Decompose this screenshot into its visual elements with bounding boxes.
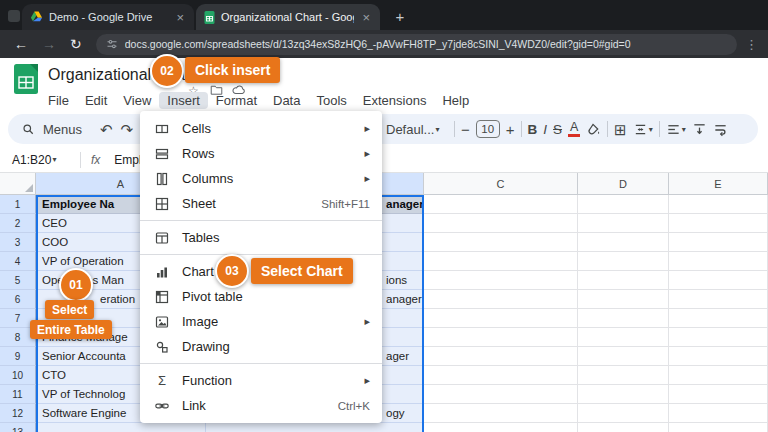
row-header[interactable]: 5: [0, 271, 36, 290]
column-header-C[interactable]: C: [424, 173, 578, 195]
search-icon[interactable]: [22, 123, 35, 136]
grid-cell[interactable]: [424, 195, 578, 214]
grid-cell[interactable]: [424, 347, 578, 366]
grid-cell[interactable]: [578, 214, 669, 233]
name-box[interactable]: A1:B20 ▾: [0, 153, 70, 167]
font-family-select[interactable]: Defaul... ▾: [386, 122, 448, 137]
grid-cell[interactable]: [669, 385, 768, 404]
decrease-font-button[interactable]: −: [461, 122, 470, 137]
grid-cell[interactable]: [669, 328, 768, 347]
menu-insert[interactable]: Insert: [159, 92, 208, 109]
menus-search-label[interactable]: Menus: [43, 122, 82, 137]
grid-cell[interactable]: [424, 214, 578, 233]
bold-button[interactable]: B: [528, 122, 538, 137]
grid-cell[interactable]: [669, 195, 768, 214]
undo-icon[interactable]: ↶: [100, 122, 113, 137]
row-header[interactable]: 3: [0, 233, 36, 252]
menu-item-link[interactable]: Link Ctrl+K: [140, 393, 382, 418]
menu-item-tables[interactable]: Tables: [140, 225, 382, 250]
text-color-button[interactable]: A: [568, 121, 580, 138]
borders-icon[interactable]: ⊞: [614, 122, 627, 137]
grid-cell[interactable]: [669, 252, 768, 271]
horizontal-align-button[interactable]: ▾: [666, 122, 686, 137]
increase-font-button[interactable]: +: [506, 122, 515, 137]
column-header-E[interactable]: E: [669, 173, 768, 195]
grid-cell[interactable]: [669, 271, 768, 290]
row-header[interactable]: 9: [0, 347, 36, 366]
row-header[interactable]: 2: [0, 214, 36, 233]
back-icon[interactable]: ←: [14, 36, 28, 52]
grid-cell[interactable]: [669, 404, 768, 423]
grid-cell-A13[interactable]: [36, 423, 206, 432]
text-wrap-button[interactable]: [713, 122, 728, 137]
grid-cell[interactable]: [424, 233, 578, 252]
menu-item-sheet[interactable]: Sheet Shift+F11: [140, 191, 382, 216]
grid-cell[interactable]: [424, 328, 578, 347]
grid-cell[interactable]: [669, 347, 768, 366]
grid-cell[interactable]: [669, 423, 768, 432]
grid-cell[interactable]: [669, 366, 768, 385]
grid-cell[interactable]: [578, 195, 669, 214]
grid-cell[interactable]: [424, 309, 578, 328]
column-header-D[interactable]: D: [578, 173, 669, 195]
merge-cells-button[interactable]: ▾: [633, 122, 653, 137]
grid-cell[interactable]: [424, 385, 578, 404]
grid-cell[interactable]: [424, 252, 578, 271]
browser-menu-icon[interactable]: ⋮: [745, 37, 758, 52]
menu-help[interactable]: Help: [434, 92, 477, 109]
menu-tools[interactable]: Tools: [308, 92, 354, 109]
grid-cell[interactable]: [578, 423, 669, 432]
grid-cell[interactable]: [424, 404, 578, 423]
menu-item-cells[interactable]: Cells ▸: [140, 116, 382, 141]
forward-icon[interactable]: →: [42, 36, 56, 52]
grid-cell[interactable]: [578, 404, 669, 423]
tab-close-icon[interactable]: ×: [174, 11, 186, 24]
row-header[interactable]: 13: [0, 423, 36, 432]
grid-cell-B13[interactable]: [206, 423, 424, 432]
row-header[interactable]: 10: [0, 366, 36, 385]
grid-cell[interactable]: [578, 385, 669, 404]
menu-view[interactable]: View: [115, 92, 159, 109]
menu-edit[interactable]: Edit: [77, 92, 115, 109]
row-header[interactable]: 4: [0, 252, 36, 271]
menu-item-function[interactable]: Σ Function ▸: [140, 368, 382, 393]
menu-extensions[interactable]: Extensions: [355, 92, 435, 109]
url-omnibox[interactable]: docs.google.com/spreadsheets/d/13zq34exS…: [96, 34, 737, 55]
new-tab-button[interactable]: +: [390, 7, 410, 27]
grid-cell[interactable]: [578, 347, 669, 366]
grid-cell[interactable]: [669, 214, 768, 233]
redo-icon[interactable]: ↷: [121, 122, 134, 137]
grid-cell[interactable]: [424, 290, 578, 309]
grid-cell[interactable]: [578, 290, 669, 309]
grid-cell[interactable]: [578, 271, 669, 290]
font-size-input[interactable]: 10: [476, 120, 500, 138]
menu-format[interactable]: Format: [208, 92, 265, 109]
menu-item-drawing[interactable]: Drawing: [140, 334, 382, 359]
grid-cell[interactable]: [669, 233, 768, 252]
grid-cell[interactable]: [424, 366, 578, 385]
row-header[interactable]: 12: [0, 404, 36, 423]
grid-cell[interactable]: [578, 252, 669, 271]
grid-cell[interactable]: [669, 290, 768, 309]
italic-button[interactable]: I: [543, 122, 547, 137]
browser-tab-sheets-active[interactable]: Organizational Chart - Googl ×: [196, 4, 380, 30]
fill-color-button[interactable]: [586, 122, 601, 137]
row-header[interactable]: 6: [0, 290, 36, 309]
sheets-logo[interactable]: [14, 64, 38, 94]
row-header[interactable]: 11: [0, 385, 36, 404]
row-header[interactable]: 1: [0, 195, 36, 214]
menu-item-columns[interactable]: Columns ▸: [140, 166, 382, 191]
browser-tab-drive[interactable]: Demo - Google Drive ×: [22, 4, 194, 30]
grid-cell[interactable]: [578, 309, 669, 328]
strikethrough-button[interactable]: S: [553, 122, 562, 137]
menu-data[interactable]: Data: [265, 92, 308, 109]
vertical-align-button[interactable]: [692, 122, 707, 137]
reload-icon[interactable]: ↻: [70, 36, 82, 52]
menu-item-rows[interactable]: Rows ▸: [140, 141, 382, 166]
grid-cell[interactable]: [424, 423, 578, 432]
tab-close-icon[interactable]: ×: [360, 11, 372, 24]
grid-cell[interactable]: [424, 271, 578, 290]
menu-item-image[interactable]: Image ▸: [140, 309, 382, 334]
grid-cell[interactable]: [578, 366, 669, 385]
grid-cell[interactable]: [578, 233, 669, 252]
